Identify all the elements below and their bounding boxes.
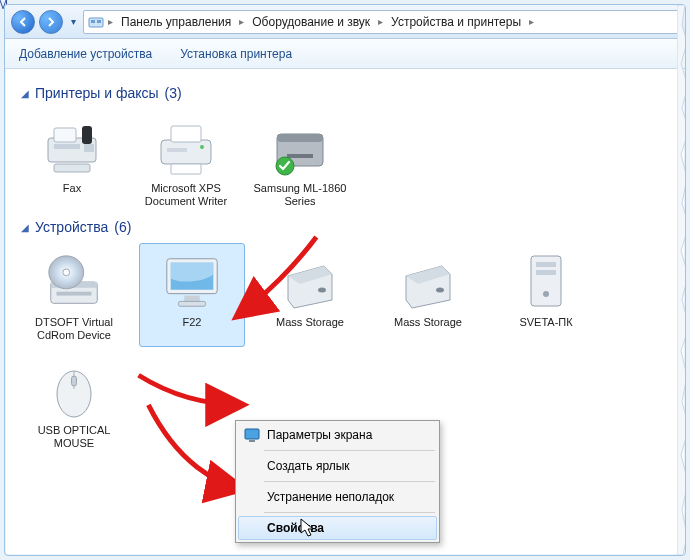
svg-rect-13 [167, 148, 187, 152]
external-drive-icon [279, 250, 341, 312]
menu-item-label: Устранение неполадок [267, 490, 394, 504]
context-menu: Параметры экрана Создать ярлык Устранени… [235, 420, 440, 543]
computer-tower-icon [515, 250, 577, 312]
device-label: Fax [63, 182, 81, 208]
svg-point-27 [318, 288, 326, 293]
group-header-devices[interactable]: ◢ Устройства (6) [21, 219, 669, 235]
menu-item-label: Создать ярлык [267, 459, 350, 473]
breadcrumb-item[interactable]: Оборудование и звук [248, 15, 374, 29]
svg-point-12 [200, 145, 204, 149]
group-header-printers[interactable]: ◢ Принтеры и факсы (3) [21, 85, 669, 101]
svg-rect-16 [287, 154, 313, 158]
group-count: (6) [114, 219, 131, 235]
svg-rect-8 [54, 164, 90, 172]
svg-rect-10 [171, 126, 201, 142]
device-item-cdrom[interactable]: DTSOFT Virtual CdRom Device [21, 243, 127, 347]
menu-item-label: Параметры экрана [267, 428, 372, 442]
device-item-storage-2[interactable]: Mass Storage [375, 243, 481, 347]
chevron-right-icon: ▸ [237, 16, 246, 27]
svg-rect-34 [72, 376, 77, 386]
menu-separator [264, 450, 435, 451]
menu-item-properties[interactable]: Свойства [238, 516, 437, 540]
device-item-samsung[interactable]: Samsung ML-1860 Series [249, 109, 351, 213]
chevron-right-icon: ▸ [376, 16, 385, 27]
device-item-fax[interactable]: Fax [21, 109, 123, 213]
svg-point-22 [63, 269, 70, 276]
device-item-monitor-f22[interactable]: F22 [139, 243, 245, 347]
laser-printer-icon [269, 116, 331, 178]
svg-rect-1 [91, 20, 95, 23]
svg-rect-5 [82, 126, 92, 144]
device-item-storage-1[interactable]: Mass Storage [257, 243, 363, 347]
printers-grid: Fax Microsoft XPS Document Writer [21, 109, 669, 213]
menu-item-create-shortcut[interactable]: Создать ярлык [238, 454, 437, 478]
device-item-computer[interactable]: SVETA-ПК [493, 243, 599, 347]
cursor-icon [300, 518, 318, 538]
svg-rect-25 [184, 296, 200, 302]
svg-rect-4 [54, 128, 76, 142]
svg-rect-2 [97, 20, 101, 23]
printer-icon [155, 116, 217, 178]
control-panel-icon [88, 14, 104, 30]
breadcrumb-item[interactable]: Панель управления [117, 15, 235, 29]
svg-rect-36 [249, 440, 255, 442]
group-title: Принтеры и факсы [35, 85, 159, 101]
svg-rect-20 [57, 292, 92, 296]
collapse-icon: ◢ [21, 222, 29, 233]
back-button[interactable] [11, 10, 35, 34]
external-drive-icon [397, 250, 459, 312]
monitor-icon [161, 250, 223, 312]
device-item-xps[interactable]: Microsoft XPS Document Writer [135, 109, 237, 213]
device-label: Microsoft XPS Document Writer [138, 182, 234, 208]
device-label: Mass Storage [276, 316, 344, 342]
collapse-icon: ◢ [21, 88, 29, 99]
svg-rect-26 [178, 301, 205, 306]
svg-point-32 [543, 291, 549, 297]
device-label: Mass Storage [394, 316, 462, 342]
device-label: USB OPTICAL MOUSE [24, 424, 124, 450]
device-item-mouse[interactable]: USB OPTICAL MOUSE [21, 351, 127, 455]
device-label: F22 [183, 316, 202, 342]
display-settings-icon [243, 426, 261, 444]
arrow-left-icon [18, 17, 28, 27]
svg-point-28 [436, 288, 444, 293]
window-frame: ▾ ▸ Панель управления ▸ Оборудование и з… [4, 4, 686, 556]
add-device-button[interactable]: Добавление устройства [19, 47, 152, 61]
optical-drive-icon [43, 250, 105, 312]
group-count: (3) [165, 85, 182, 101]
svg-rect-15 [277, 134, 323, 142]
mouse-icon [43, 358, 105, 420]
blank-icon [243, 488, 261, 506]
svg-rect-7 [84, 144, 94, 152]
menu-item-display-settings[interactable]: Параметры экрана [238, 423, 437, 447]
nav-bar: ▾ ▸ Панель управления ▸ Оборудование и з… [5, 5, 685, 39]
group-title: Устройства [35, 219, 108, 235]
forward-button[interactable] [39, 10, 63, 34]
device-label: DTSOFT Virtual CdRom Device [24, 316, 124, 342]
device-label: Samsung ML-1860 Series [252, 182, 348, 208]
command-bar: Добавление устройства Установка принтера [5, 39, 685, 69]
svg-rect-35 [245, 429, 259, 439]
menu-separator [264, 512, 435, 513]
chevron-right-icon: ▸ [106, 16, 115, 27]
svg-rect-30 [536, 262, 556, 267]
nav-history-dropdown[interactable]: ▾ [67, 16, 79, 27]
svg-rect-31 [536, 270, 556, 275]
device-label: SVETA-ПК [519, 316, 572, 342]
chevron-right-icon: ▸ [527, 16, 536, 27]
arrow-right-icon [46, 17, 56, 27]
blank-icon [243, 519, 261, 537]
breadcrumb-bar[interactable]: ▸ Панель управления ▸ Оборудование и зву… [83, 10, 679, 34]
blank-icon [243, 457, 261, 475]
menu-item-troubleshoot[interactable]: Устранение неполадок [238, 485, 437, 509]
svg-rect-11 [171, 164, 201, 174]
fax-icon [41, 116, 103, 178]
install-printer-button[interactable]: Установка принтера [180, 47, 292, 61]
menu-separator [264, 481, 435, 482]
svg-rect-6 [54, 144, 80, 149]
breadcrumb-item[interactable]: Устройства и принтеры [387, 15, 525, 29]
